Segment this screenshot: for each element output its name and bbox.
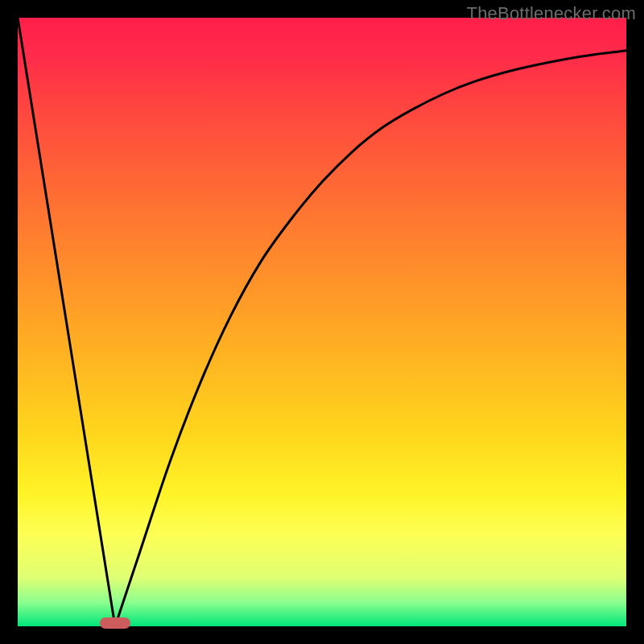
optimum-marker xyxy=(100,617,130,629)
curve-left-slope xyxy=(18,18,115,626)
chart-frame: TheBottlenecker.com xyxy=(0,0,644,644)
chart-curve xyxy=(18,18,626,626)
curve-right xyxy=(115,51,626,626)
chart-plot-area xyxy=(18,18,626,626)
watermark-text: TheBottlenecker.com xyxy=(467,3,636,24)
